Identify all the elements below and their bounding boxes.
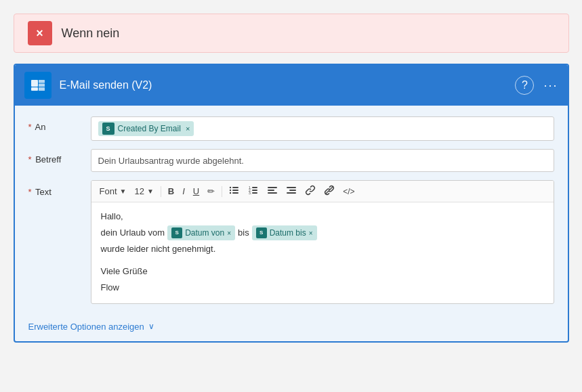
tag-remove-button[interactable]: ×: [186, 125, 190, 133]
card-header-actions: ? ···: [515, 76, 558, 95]
an-required: *: [28, 122, 32, 132]
created-by-email-tag[interactable]: S Created By Email ×: [98, 121, 194, 136]
bullet-list-button[interactable]: [226, 183, 243, 199]
wenn-nein-title: Wenn nein: [62, 26, 120, 41]
link-button[interactable]: [302, 183, 318, 199]
svg-rect-21: [289, 190, 296, 191]
outlook-icon: [24, 72, 51, 99]
svg-rect-12: [252, 187, 257, 188]
betreff-required: *: [28, 154, 32, 165]
datum-von-sp-icon: S: [171, 227, 182, 238]
svg-rect-8: [232, 190, 238, 191]
rich-text-editor[interactable]: Font ▼ 12 ▼ B I U: [91, 180, 554, 304]
svg-rect-17: [268, 187, 277, 188]
font-selector[interactable]: Font ▼: [97, 185, 129, 198]
email-send-card: E-Mail senden (V2) ? ··· * An S Created …: [14, 64, 569, 343]
wenn-nein-header: × Wenn nein: [14, 14, 569, 53]
svg-rect-20: [287, 187, 296, 188]
align-right-button[interactable]: [283, 183, 299, 199]
font-size-selector[interactable]: 12 ▼: [131, 185, 156, 198]
code-button[interactable]: </>: [340, 185, 357, 198]
content-line-5: Flow: [101, 280, 544, 295]
svg-rect-18: [268, 190, 274, 191]
italic-button[interactable]: I: [180, 185, 188, 198]
sharepoint-icon: S: [102, 123, 115, 135]
betreff-label: * Betreff: [28, 149, 83, 165]
datum-von-remove-button[interactable]: ×: [227, 227, 231, 239]
card-header: E-Mail senden (V2) ? ···: [15, 65, 568, 106]
content-line-3: wurde leider nicht genehmigt.: [101, 242, 544, 257]
svg-point-5: [230, 187, 231, 188]
datum-von-label: Datum von: [185, 226, 224, 240]
rich-text-content[interactable]: Hallo, dein Urlaub vom S Datum von × bis…: [91, 202, 554, 303]
datum-von-tag[interactable]: S Datum von ×: [167, 225, 235, 240]
an-field-row: * An S Created By Email ×: [28, 116, 554, 141]
svg-rect-3: [31, 87, 38, 91]
svg-rect-0: [31, 80, 38, 87]
svg-point-7: [230, 190, 231, 191]
datum-bis-label: Datum bis: [270, 226, 306, 240]
bold-button[interactable]: B: [165, 185, 177, 198]
expand-options-button[interactable]: Erweiterte Optionen anzeigen: [28, 322, 144, 332]
svg-text:3.: 3.: [249, 191, 251, 195]
toolbar-divider-1: [161, 186, 161, 197]
betreff-field-row: * Betreff Dein Urlaubsantrag wurde abgel…: [28, 149, 554, 172]
content-line-1: Hallo,: [101, 209, 544, 224]
svg-point-9: [230, 192, 231, 194]
align-left-button[interactable]: [264, 183, 280, 199]
pen-button[interactable]: ✏: [205, 185, 217, 198]
datum-bis-remove-button[interactable]: ×: [309, 227, 313, 239]
text-required: *: [28, 187, 32, 197]
chevron-down-icon: ∨: [148, 322, 154, 331]
card-title: E-Mail senden (V2): [60, 79, 516, 91]
svg-rect-2: [39, 84, 45, 87]
betreff-input[interactable]: Dein Urlaubsantrag wurde abgelehnt.: [91, 149, 554, 172]
help-button[interactable]: ?: [515, 76, 534, 95]
svg-rect-19: [268, 192, 277, 194]
more-options-button[interactable]: ···: [543, 79, 558, 93]
svg-rect-6: [232, 187, 238, 188]
an-label: * An: [28, 116, 83, 132]
toolbar-divider-2: [222, 186, 222, 197]
svg-rect-16: [252, 192, 257, 194]
svg-rect-4: [39, 87, 45, 91]
text-field-row: * Text Font ▼ 12 ▼ B: [28, 180, 554, 304]
underline-button[interactable]: U: [190, 185, 202, 198]
tag-label: Created By Email: [118, 124, 181, 133]
content-line-2: dein Urlaub vom S Datum von × bis S Datu…: [101, 225, 544, 240]
svg-rect-22: [287, 192, 296, 194]
svg-rect-1: [39, 80, 45, 83]
expand-section: Erweiterte Optionen anzeigen ∨: [15, 315, 568, 341]
rich-text-toolbar: Font ▼ 12 ▼ B I U: [91, 181, 554, 202]
text-label: * Text: [28, 180, 83, 197]
svg-rect-10: [232, 192, 238, 194]
content-line-4: Viele Grüße: [101, 264, 544, 279]
datum-bis-tag[interactable]: S Datum bis ×: [252, 225, 317, 240]
numbered-list-button[interactable]: 1.2.3.: [245, 183, 262, 199]
close-button[interactable]: ×: [28, 21, 52, 45]
card-body: * An S Created By Email × * Betreff Dein…: [15, 106, 568, 315]
unlink-button[interactable]: [321, 183, 337, 199]
svg-rect-14: [252, 190, 257, 191]
an-input[interactable]: S Created By Email ×: [91, 116, 554, 141]
datum-bis-sp-icon: S: [256, 227, 267, 238]
